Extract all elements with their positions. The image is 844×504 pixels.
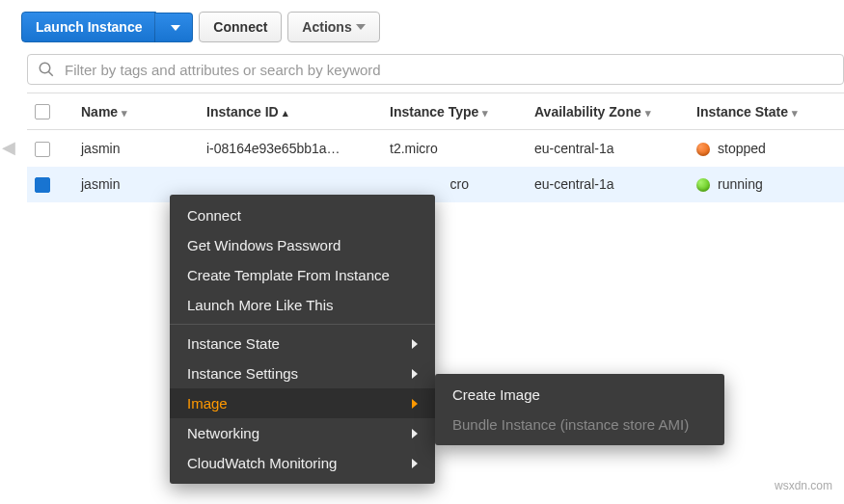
watermark: wsxdn.com <box>775 479 832 492</box>
connect-button[interactable]: Connect <box>199 12 282 42</box>
ctx-gwp-label: Get Windows Password <box>187 237 340 253</box>
col-name-label: Name <box>81 104 118 119</box>
launch-instance-button[interactable]: Launch Instance <box>21 12 156 42</box>
submenu-arrow-icon <box>412 369 418 379</box>
sort-icon: ▾ <box>482 107 488 119</box>
search-input[interactable] <box>65 62 833 78</box>
filter-row <box>0 54 844 93</box>
ctx-instance-settings[interactable]: Instance Settings <box>170 358 435 388</box>
state-text: stopped <box>718 141 766 156</box>
status-dot-stopped <box>696 143 710 156</box>
context-menu: Connect Get Windows Password Create Temp… <box>170 195 435 484</box>
row-checkbox[interactable] <box>35 177 50 193</box>
sort-icon: ▾ <box>645 107 651 119</box>
ctx-is-label: Instance State <box>187 335 280 352</box>
cell-instance-id: i-08164e93e65bb1a… <box>199 130 382 167</box>
sub-bundle-instance: Bundle Instance (instance store AMI) <box>435 410 724 439</box>
ctx-get-windows-password[interactable]: Get Windows Password <box>170 230 435 260</box>
svg-point-0 <box>40 63 50 73</box>
cell-instance-state: running <box>689 167 844 202</box>
ctx-cloudwatch[interactable]: CloudWatch Monitoring <box>170 448 435 478</box>
col-instance-id[interactable]: Instance ID▴ <box>199 93 382 130</box>
toolbar: Launch Instance Connect Actions <box>0 0 844 54</box>
cell-availability-zone: eu-central-1a <box>527 167 689 202</box>
cell-instance-type: t2.micro <box>382 130 527 167</box>
submenu-arrow-icon <box>412 339 418 349</box>
launch-instance-dropdown[interactable] <box>154 13 193 42</box>
col-type-label: Instance Type <box>390 104 478 119</box>
image-submenu: Create Image Bundle Instance (instance s… <box>435 374 724 445</box>
sub-create-image[interactable]: Create Image <box>435 380 724 410</box>
col-id-label: Instance ID <box>206 104 279 119</box>
cell-availability-zone: eu-central-1a <box>527 130 689 167</box>
expand-handle-icon[interactable]: ◀ <box>0 135 17 160</box>
ctx-lm-label: Launch More Like This <box>187 297 333 313</box>
state-text: running <box>718 176 763 192</box>
submenu-arrow-icon <box>412 429 418 438</box>
status-dot-running <box>696 178 710 192</box>
ctx-launch-more[interactable]: Launch More Like This <box>170 290 435 320</box>
ctx-image[interactable]: Image <box>170 388 435 418</box>
table-header-row: Name▾ Instance ID▴ Instance Type▾ Availa… <box>27 93 844 130</box>
submenu-arrow-icon <box>412 459 418 468</box>
ctx-create-template[interactable]: Create Template From Instance <box>170 260 435 290</box>
launch-instance-group: Launch Instance <box>21 12 193 42</box>
select-all-checkbox[interactable] <box>35 104 50 119</box>
ctx-iset-label: Instance Settings <box>187 365 298 382</box>
cell-name: jasmin <box>73 130 199 167</box>
col-state-label: Instance State <box>696 104 788 119</box>
actions-button[interactable]: Actions <box>287 12 379 42</box>
ctx-net-label: Networking <box>187 425 259 441</box>
actions-label: Actions <box>302 19 351 35</box>
table-row[interactable]: jasmin i-08164e93e65bb1a… t2.micro eu-ce… <box>27 130 844 167</box>
ctx-connect-label: Connect <box>187 207 241 224</box>
ctx-networking[interactable]: Networking <box>170 418 435 448</box>
ctx-connect[interactable]: Connect <box>170 200 435 230</box>
row-checkbox[interactable] <box>35 142 50 157</box>
sort-icon: ▾ <box>122 107 127 119</box>
caret-down-icon <box>356 24 366 30</box>
ctx-cw-label: CloudWatch Monitoring <box>187 455 337 471</box>
ctx-separator <box>170 324 435 325</box>
sort-icon: ▾ <box>792 107 798 119</box>
col-availability-zone[interactable]: Availability Zone▾ <box>527 93 689 130</box>
filter-box[interactable] <box>27 54 844 85</box>
submenu-arrow-icon <box>412 399 418 409</box>
table-row[interactable]: jasmin cro eu-central-1a running <box>27 167 844 202</box>
ctx-image-label: Image <box>187 395 228 411</box>
instances-table: Name▾ Instance ID▴ Instance Type▾ Availa… <box>27 93 844 202</box>
caret-down-icon <box>171 25 180 31</box>
col-az-label: Availability Zone <box>534 104 641 119</box>
search-icon <box>38 61 55 78</box>
ctx-ct-label: Create Template From Instance <box>187 267 390 283</box>
cell-instance-state: stopped <box>689 130 844 167</box>
sort-asc-icon: ▴ <box>283 107 288 119</box>
col-instance-type[interactable]: Instance Type▾ <box>382 93 527 130</box>
svg-line-1 <box>48 71 53 76</box>
ctx-instance-state[interactable]: Instance State <box>170 329 435 358</box>
col-instance-state[interactable]: Instance State▾ <box>689 93 844 130</box>
col-name[interactable]: Name▾ <box>73 93 199 130</box>
